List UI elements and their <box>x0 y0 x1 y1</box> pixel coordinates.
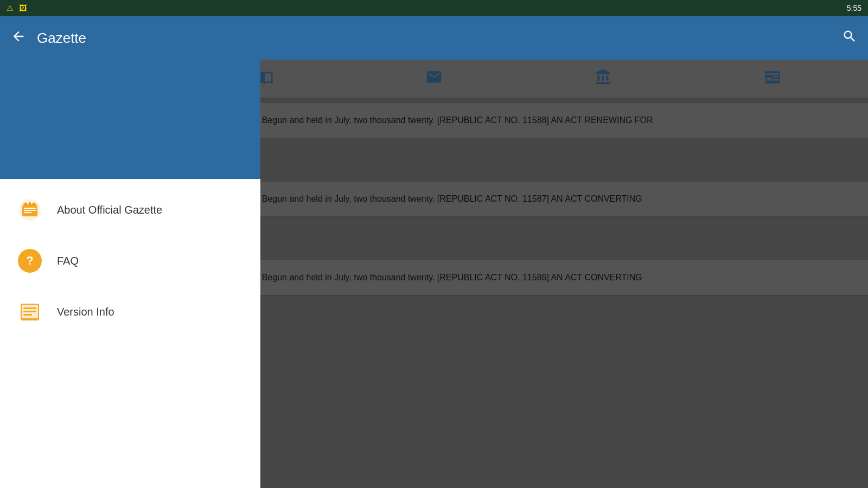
faq-icon: ? <box>16 247 43 274</box>
svg-rect-4 <box>24 212 31 213</box>
drawer-item-faq[interactable]: ? FAQ <box>0 235 260 286</box>
drawer-faq-label: FAQ <box>57 255 79 267</box>
search-button[interactable] <box>842 29 857 48</box>
svg-rect-14 <box>21 318 39 320</box>
svg-rect-3 <box>24 210 36 211</box>
drawer-item-about[interactable]: About Official Gazette <box>0 184 260 235</box>
svg-rect-2 <box>24 208 36 209</box>
warning-icon: ⚠ <box>7 4 14 12</box>
main-content: es Metro Manila Eighteenth Congress Seco… <box>0 60 868 488</box>
gazette-icon <box>16 196 43 223</box>
drawer-version-label: Version Info <box>57 306 114 318</box>
drawer-header <box>0 60 260 179</box>
svg-rect-11 <box>23 307 36 309</box>
side-drawer: About Official Gazette ? FAQ <box>0 60 260 488</box>
svg-point-6 <box>29 202 31 204</box>
svg-point-7 <box>25 203 27 205</box>
status-icons: ⚠ 🖼 <box>7 4 27 12</box>
version-icon <box>16 298 43 325</box>
drawer-about-label: About Official Gazette <box>57 204 162 216</box>
image-icon: 🖼 <box>19 4 27 12</box>
svg-rect-13 <box>23 314 32 316</box>
app-header: Gazette <box>0 16 868 60</box>
faq-question-icon: ? <box>18 249 42 273</box>
drawer-menu: About Official Gazette ? FAQ <box>0 179 260 488</box>
svg-point-8 <box>34 203 35 205</box>
back-button[interactable] <box>11 29 26 48</box>
status-bar: ⚠ 🖼 5:55 <box>0 0 868 16</box>
app-title: Gazette <box>37 30 842 47</box>
drawer-item-version[interactable]: Version Info <box>0 286 260 337</box>
status-time: 5:55 <box>847 4 861 12</box>
svg-rect-12 <box>23 311 36 312</box>
